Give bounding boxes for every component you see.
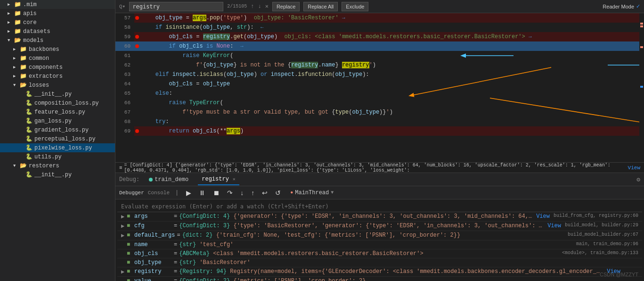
folder-open-icon: 📂: [20, 82, 27, 89]
debug-panel: Debug: train_demo registry ✕ ⚙ Debugger …: [115, 173, 644, 281]
var-value-obj-type: {str} 'BasicRestorer': [179, 259, 603, 266]
debug-tab-registry[interactable]: registry ✕: [198, 174, 239, 185]
sidebar-item-feature-loss[interactable]: 🐍 feature_loss.py: [0, 107, 115, 116]
sidebar-label: apis: [23, 10, 37, 17]
debug-tabs: Debug: train_demo registry ✕ ⚙: [115, 173, 644, 186]
sidebar-item-composition-loss[interactable]: 🐍 composition_loss.py: [0, 99, 115, 107]
var-type-icon: ■: [127, 268, 134, 275]
var-item-obj-type[interactable]: ■ obj_type = {str} 'BasicRestorer': [117, 258, 642, 267]
next-result-icon[interactable]: ↓: [258, 3, 261, 10]
var-item-args[interactable]: ▶ ■ args = {ConfigDict: 4} {'generator':…: [117, 212, 642, 222]
chevron-right-icon: ▶: [8, 20, 12, 25]
breakpoint[interactable]: [134, 60, 140, 70]
breakpoint[interactable]: [134, 23, 140, 32]
thread-dropdown-icon[interactable]: ▼: [331, 190, 334, 195]
code-content: if isinstance(obj_type, str): ←: [140, 23, 644, 32]
sidebar-item-apis[interactable]: ▶ 📁 apis: [0, 9, 115, 18]
file-tree-sidebar: ▶ 📁 .mim ▶ 📁 apis ▶ 📁 core ▶ 📁 datasets …: [0, 0, 115, 281]
sidebar-item-restorers-init[interactable]: 🐍 __init__.py: [0, 170, 115, 179]
tab-close-icon[interactable]: ✕: [233, 176, 236, 182]
debug-step-out-btn[interactable]: ↑: [249, 188, 256, 198]
reader-mode-button[interactable]: Reader Mode ✓: [603, 3, 640, 9]
sidebar-item-backbones[interactable]: ▶ 📁 backbones: [0, 45, 115, 54]
sidebar-label: perceptual_loss.py: [34, 136, 96, 142]
exclude-button[interactable]: Exclude: [342, 2, 368, 11]
code-content: obj_type = args.pop('type') obj_type: 'B…: [140, 13, 644, 23]
breakpoint[interactable]: [134, 107, 140, 117]
bottom-view-link[interactable]: View: [628, 165, 640, 171]
debug-tab-label: train_demo: [155, 176, 188, 183]
debug-resume-btn[interactable]: ▶: [184, 188, 193, 198]
debug-rerun-btn[interactable]: ↺: [273, 188, 283, 198]
sidebar-item-models[interactable]: ▼ 📂 models: [0, 36, 115, 45]
var-view-link[interactable]: View: [536, 213, 550, 220]
bottom-expand-icon[interactable]: ≡: [119, 165, 122, 171]
debug-pause-btn[interactable]: ⏸: [197, 188, 207, 198]
code-content: else:: [140, 89, 644, 98]
breakpoint[interactable]: [134, 117, 140, 126]
code-content: raise KeyError(: [140, 51, 644, 60]
sidebar-item-datasets[interactable]: ▶ 📁 datasets: [0, 27, 115, 36]
breakpoint[interactable]: [134, 51, 140, 60]
sidebar-item-components[interactable]: ▶ 📁 components: [0, 63, 115, 72]
sidebar-label: extractors: [29, 73, 63, 80]
tab-dot-icon: [149, 178, 153, 182]
var-view-link[interactable]: View: [547, 223, 561, 229]
sidebar-item-mim[interactable]: ▶ 📁 .mim: [0, 0, 115, 9]
scroll-marker: [640, 86, 643, 88]
code-editor[interactable]: 57 obj_type = args.pop('type') obj_type:…: [115, 13, 644, 162]
var-type-icon: ■: [127, 213, 134, 220]
chevron-right-icon: ▶: [13, 56, 18, 61]
sidebar-item-common[interactable]: ▶ 📁 common: [0, 54, 115, 63]
breakpoint[interactable]: [134, 70, 140, 79]
sidebar-item-perceptual-loss[interactable]: 🐍 perceptual_loss.py: [0, 134, 115, 143]
var-item-registry[interactable]: ▶ ■ registry = {Registry: 94} Registry(n…: [117, 267, 642, 277]
close-search-icon[interactable]: ✕: [265, 3, 269, 10]
replace-all-button[interactable]: Replace All: [303, 2, 338, 11]
line-number: 57: [115, 13, 134, 23]
chevron-right-icon: ▶: [13, 65, 18, 70]
breakpoint[interactable]: [134, 79, 140, 89]
breakpoint[interactable]: [134, 126, 140, 136]
debugger-tab[interactable]: Debugger: [119, 190, 144, 196]
debug-tab-actions: ⚙: [636, 176, 640, 183]
code-line-64: 64 obj_cls = obj_type: [115, 79, 644, 89]
var-value-obj-cls: {ABCMeta} <class 'mmedit.models.restorer…: [179, 250, 558, 257]
debug-tab-train-demo[interactable]: train_demo: [145, 174, 192, 185]
debug-step-over-btn[interactable]: ↷: [225, 188, 235, 198]
sidebar-item-core[interactable]: ▶ 📁 core: [0, 18, 115, 27]
sidebar-item-pixelwise-loss[interactable]: 🐍 pixelwise_loss.py: [0, 143, 115, 152]
sidebar-item-gradient-loss[interactable]: 🐍 gradient_loss.py: [0, 125, 115, 134]
console-tab[interactable]: Console: [148, 190, 170, 196]
search-input[interactable]: [129, 2, 223, 11]
breakpoint[interactable]: [134, 32, 140, 41]
sidebar-item-restorers[interactable]: ▼ 📂 restorers: [0, 161, 115, 170]
breakpoint[interactable]: [134, 89, 140, 98]
breakpoint[interactable]: [134, 41, 140, 51]
sidebar-item-gan-loss[interactable]: 🐍 gan_loss.py: [0, 116, 115, 125]
var-item-name[interactable]: ■ name = {str} 'test_cfg' main, train_de…: [117, 240, 642, 249]
var-item-default-args[interactable]: ▶ ■ default_args = {dict: 2} {'train_cfg…: [117, 231, 642, 240]
replace-button[interactable]: Replace: [272, 2, 300, 11]
sidebar-label: models: [23, 37, 43, 44]
settings-gear-icon[interactable]: ⚙: [636, 176, 640, 183]
eval-input[interactable]: [117, 201, 642, 212]
var-item-value[interactable]: ■ value = {ConfigDict: 2} {'metrics': ['…: [117, 277, 642, 281]
breakpoint[interactable]: [134, 98, 140, 107]
debug-run-to-cursor-btn[interactable]: ↩: [260, 188, 269, 198]
var-item-cfg[interactable]: ▶ ■ cfg = {ConfigDict: 3} {'type': 'Basi…: [117, 222, 642, 231]
sidebar-item-utils[interactable]: 🐍 utils.py: [0, 152, 115, 161]
breakpoint[interactable]: [134, 13, 140, 23]
var-item-obj-cls[interactable]: ■ obj_cls = {ABCMeta} <class 'mmedit.mod…: [117, 249, 642, 258]
file-icon: 🐍: [25, 117, 33, 124]
file-icon: 🐍: [25, 153, 33, 160]
eval-variables-panel: ▶ ■ args = {ConfigDict: 4} {'generator':…: [115, 199, 644, 281]
sidebar-item-extractors[interactable]: ▶ 📁 extractors: [0, 72, 115, 81]
folder-icon: 📁: [20, 64, 27, 71]
debug-stop-btn[interactable]: ⏹: [211, 188, 221, 198]
var-value-name: {str} 'test_cfg': [179, 241, 572, 248]
prev-result-icon[interactable]: ↑: [251, 3, 254, 10]
sidebar-item-init[interactable]: 🐍 __init__.py: [0, 90, 115, 99]
debug-step-into-btn[interactable]: ↓: [238, 188, 245, 198]
sidebar-item-losses[interactable]: ▼ 📂 losses: [0, 81, 115, 90]
